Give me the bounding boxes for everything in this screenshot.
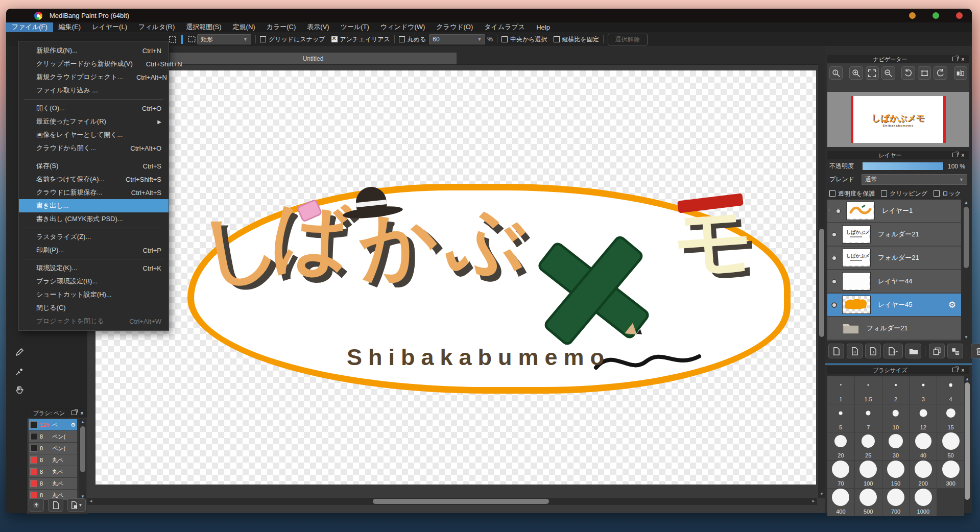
cloud-upload-icon[interactable] xyxy=(29,498,44,512)
menu-item[interactable]: 保存(S)Ctrl+S xyxy=(19,159,169,173)
menubar-item-6[interactable]: カラー(C) xyxy=(261,22,302,32)
menubar-item-3[interactable]: フィルタ(R) xyxy=(133,22,180,32)
reset-rotation-icon[interactable] xyxy=(918,66,931,80)
pen-tool-icon[interactable] xyxy=(13,346,26,358)
close-panel-icon[interactable]: × xyxy=(79,410,85,416)
round-value-select[interactable]: 60 ▼ xyxy=(429,34,485,44)
brush-menu-icon[interactable]: ▼ xyxy=(67,498,86,512)
brush-size-cell[interactable]: 5 xyxy=(827,404,854,432)
brush-size-cell[interactable]: 20 xyxy=(827,432,854,460)
deselect-button[interactable]: 選択解除 xyxy=(608,34,648,45)
duplicate-layer-icon[interactable] xyxy=(929,344,945,358)
new-folder-icon[interactable] xyxy=(905,344,921,358)
menubar-item-12[interactable]: Help xyxy=(531,22,556,32)
menu-item[interactable]: 画像をレイヤーとして開く... xyxy=(19,128,169,141)
scroll-right-icon[interactable]: ► xyxy=(810,498,817,505)
menubar-item-5[interactable]: 定規(N) xyxy=(227,22,261,32)
center-select-checkbox[interactable]: 中央から選択 xyxy=(501,35,547,44)
menubar-item-11[interactable]: タイムラプス xyxy=(479,22,531,32)
navigator-header[interactable]: ナビゲーター × xyxy=(827,55,969,63)
menubar-item-0[interactable]: ファイル(F) xyxy=(6,22,53,32)
menubar-item-7[interactable]: 表示(V) xyxy=(301,22,334,32)
brush-size-cell[interactable]: 100 xyxy=(855,461,882,488)
document-canvas[interactable]: し ば か ぶ モ Shibakabumemo xyxy=(95,70,816,485)
brush-size-cell[interactable]: 1 xyxy=(827,376,854,404)
scroll-up-icon[interactable]: ▲ xyxy=(79,419,86,425)
zoom-actual-icon[interactable]: 1 xyxy=(829,66,843,80)
fixed-ratio-checkbox[interactable]: 縦横比を固定 xyxy=(554,35,599,44)
rotate-right-icon[interactable] xyxy=(934,66,947,80)
close-panel-icon[interactable]: × xyxy=(960,57,966,62)
menu-item[interactable]: 環境設定(K)...Ctrl+K xyxy=(19,261,169,275)
menu-item[interactable]: 新規クラウドプロジェクト...Ctrl+Alt+N xyxy=(19,70,169,84)
menu-item[interactable]: 閉じる(C) xyxy=(19,301,169,315)
add-layer-menu-icon[interactable] xyxy=(883,344,903,358)
new-8bit-layer-icon[interactable]: 8 xyxy=(847,344,863,358)
brush-size-cell[interactable]: 1.5 xyxy=(855,376,882,404)
fit-window-icon[interactable] xyxy=(866,66,879,80)
navigator-preview[interactable]: しばかぶメモ Shibakabumemo xyxy=(827,92,969,147)
menu-item[interactable]: ファイル取り込み ... xyxy=(19,84,169,97)
brush-size-cell[interactable]: 15 xyxy=(937,404,964,432)
new-brush-icon[interactable] xyxy=(48,498,63,512)
scroll-down-icon[interactable]: ▼ xyxy=(963,334,970,341)
menubar-item-9[interactable]: ウィンドウ(W) xyxy=(375,22,431,32)
layer-row[interactable]: レイヤー45⚙ xyxy=(827,294,961,316)
brush-size-cell[interactable]: 50 xyxy=(937,432,964,460)
brush-list-item[interactable]: 8丸ペ xyxy=(29,478,77,489)
brush-size-scrollbar[interactable]: ▲ xyxy=(964,376,970,511)
zoom-out-icon[interactable] xyxy=(881,66,895,80)
layer-visibility-icon[interactable] xyxy=(831,302,837,308)
close-button[interactable] xyxy=(956,12,963,19)
snap-grid-checkbox[interactable]: グリッドにスナップ xyxy=(260,35,325,44)
menu-item[interactable]: 印刷(P)...Ctrl+P xyxy=(19,244,169,257)
delete-layer-icon[interactable] xyxy=(971,344,980,358)
canvas-horizontal-scrollbar[interactable] xyxy=(94,498,817,505)
brush-panel-header[interactable]: ブラシ: ペン × xyxy=(27,409,87,418)
brush-size-cell[interactable]: 700 xyxy=(882,489,910,516)
brush-settings-gear-icon[interactable]: ⚙ xyxy=(70,422,76,428)
lock-checkbox[interactable]: ロック xyxy=(934,189,961,198)
layer-visibility-icon[interactable] xyxy=(831,232,837,237)
brush-size-cell[interactable]: 4 xyxy=(937,376,964,404)
opacity-slider[interactable] xyxy=(862,162,944,171)
brush-list-item[interactable]: 8ペン( xyxy=(29,431,77,442)
menu-item[interactable]: クラウドから開く...Ctrl+Alt+O xyxy=(19,141,169,155)
menu-item[interactable]: ショートカット設定(H)... xyxy=(19,288,169,301)
menu-item[interactable]: クリップボードから新規作成(V)Ctrl+Shift+N xyxy=(19,57,169,70)
layer-visibility-icon[interactable] xyxy=(831,255,837,261)
eyedropper-tool-icon[interactable] xyxy=(13,366,26,378)
scroll-up-icon[interactable]: ▲ xyxy=(963,200,970,206)
menubar-item-10[interactable]: クラウド(O) xyxy=(431,22,479,32)
layer-settings-gear-icon[interactable]: ⚙ xyxy=(948,300,956,310)
menu-item[interactable]: 新規作成(N)...Ctrl+N xyxy=(19,44,169,57)
menu-item[interactable]: 書き出し... xyxy=(19,199,169,212)
round-corner-checkbox[interactable]: 丸める xyxy=(399,35,426,44)
brush-size-cell[interactable]: 30 xyxy=(882,432,910,460)
title-bar[interactable]: MediBang Paint Pro (64bit) xyxy=(6,9,972,22)
brush-size-cell[interactable]: 2 xyxy=(882,376,910,404)
minimize-button[interactable] xyxy=(909,12,916,19)
menu-item[interactable]: ブラシ環境設定(B)... xyxy=(19,275,169,288)
brush-size-cell[interactable]: 1000 xyxy=(910,489,937,516)
menubar-item-2[interactable]: レイヤー(L) xyxy=(86,22,133,32)
brush-list-item[interactable]: 8丸ペ xyxy=(29,454,77,466)
hand-tool-icon[interactable] xyxy=(13,384,26,396)
brush-list-item[interactable]: 125ペ⚙ xyxy=(29,419,77,430)
canvas-vertical-scrollbar[interactable] xyxy=(818,64,825,493)
brush-size-cell[interactable]: 70 xyxy=(827,461,854,488)
shape-type-select[interactable]: 矩形 ▼ xyxy=(197,34,251,44)
menu-item[interactable]: クラウドに新規保存...Ctrl+Alt+S xyxy=(19,186,169,199)
antialias-checkbox[interactable]: アンチエイリアス xyxy=(331,35,390,44)
layer-row[interactable]: しばかぶメモフォルダー21 xyxy=(827,223,961,246)
popout-panel-icon[interactable] xyxy=(70,410,77,416)
clipping-checkbox[interactable]: クリッピング xyxy=(881,189,927,198)
maximize-button[interactable] xyxy=(933,12,939,19)
dock-splitter[interactable] xyxy=(825,364,972,365)
brush-size-cell[interactable]: 12 xyxy=(910,404,937,432)
popout-panel-icon[interactable] xyxy=(951,368,958,373)
layer-row[interactable]: しばかぶメモフォルダー21 xyxy=(827,247,961,269)
new-1bit-layer-icon[interactable]: 1 xyxy=(865,344,881,358)
menubar-item-8[interactable]: ツール(T) xyxy=(335,22,375,32)
brush-size-cell[interactable]: 3 xyxy=(910,376,937,404)
